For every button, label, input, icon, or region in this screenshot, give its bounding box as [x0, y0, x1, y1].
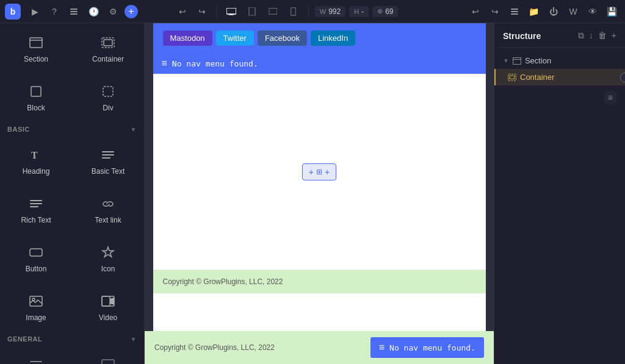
- delete-structure-icon[interactable]: 🗑: [598, 30, 607, 41]
- image-icon: [29, 293, 43, 310]
- basic-section-header[interactable]: BASIC ▼: [0, 121, 144, 135]
- sidebar-item-div[interactable]: Div: [74, 74, 142, 119]
- sidebar-item-image[interactable]: Image: [2, 284, 70, 329]
- bottom-footer-copyright: Copyright © GrowPlugins, LLC, 2022: [154, 343, 275, 352]
- general-section-header[interactable]: GENERAL ▼: [0, 330, 144, 345]
- canvas-body[interactable]: + ⊞ +: [153, 74, 486, 269]
- preview-btn[interactable]: 👁: [585, 4, 601, 20]
- general-section-label: GENERAL: [7, 335, 42, 343]
- bottom-nav-menu-text: No nav menu found.: [389, 343, 475, 352]
- icon-label: Icon: [101, 265, 115, 273]
- sidebar-item-icon[interactable]: Icon: [74, 235, 142, 280]
- sidebar-item-general-2[interactable]: [74, 347, 142, 364]
- structure-header-icons: ⧉ ↓ 🗑 +: [578, 30, 616, 41]
- tablet-device-btn[interactable]: [244, 4, 261, 20]
- container-drag-handle[interactable]: [620, 73, 625, 82]
- main-area: Section Container Block Div: [0, 23, 625, 364]
- left-sidebar: Section Container Block Div: [0, 23, 145, 364]
- redo-button[interactable]: ↪: [194, 4, 210, 20]
- app-logo[interactable]: b: [5, 4, 21, 20]
- rich-text-label: Rich Text: [21, 216, 51, 224]
- sidebar-item-rich-text[interactable]: Rich Text: [2, 186, 70, 231]
- container-label: Container: [92, 55, 124, 63]
- svg-rect-13: [511, 11, 518, 12]
- bottom-footer-nav: ≡ No nav menu found.: [370, 337, 484, 358]
- svg-rect-15: [30, 38, 42, 48]
- toolbar-right-redo[interactable]: ↪: [487, 4, 503, 20]
- text-align-icon[interactable]: ≡: [608, 93, 613, 102]
- zoom-metric: ⊕ 69: [372, 6, 398, 17]
- general-icon-1: [29, 356, 43, 364]
- copy-structure-icon[interactable]: ⧉: [578, 30, 584, 41]
- help-button[interactable]: ?: [46, 4, 62, 20]
- svg-point-7: [251, 14, 253, 15]
- zoom-value: 69: [385, 7, 393, 16]
- toolbar-right-undo[interactable]: ↩: [468, 4, 483, 20]
- layers-button[interactable]: [66, 4, 82, 20]
- history-button[interactable]: 🕐: [85, 4, 101, 20]
- tablet-landscape-btn[interactable]: [264, 4, 281, 20]
- mastodon-nav-btn[interactable]: Mastodon: [163, 30, 212, 46]
- tree-item-section[interactable]: ▼ Section: [494, 52, 625, 69]
- svg-point-11: [293, 14, 294, 15]
- container-icon: [101, 34, 115, 51]
- svg-rect-22: [102, 151, 114, 152]
- facebook-nav-btn[interactable]: Facebook: [258, 30, 307, 46]
- structure-header: Structure ⧉ ↓ 🗑 +: [494, 23, 625, 48]
- folder-btn[interactable]: 📁: [526, 4, 542, 20]
- download-structure-icon[interactable]: ↓: [589, 30, 593, 41]
- structure-tree: ▼ Section Container ≡: [494, 48, 625, 115]
- undo-button[interactable]: ↩: [175, 4, 190, 20]
- sidebar-item-block[interactable]: Block: [2, 74, 70, 119]
- save-btn[interactable]: 💾: [604, 4, 620, 20]
- svg-rect-40: [510, 76, 515, 79]
- play-button[interactable]: ▶: [27, 4, 43, 20]
- width-value: 992: [328, 7, 341, 16]
- layers-right-btn[interactable]: [507, 4, 522, 20]
- mobile-device-btn[interactable]: [285, 4, 302, 20]
- svg-rect-25: [30, 200, 42, 201]
- sidebar-item-text-link[interactable]: Text link: [74, 186, 142, 231]
- sidebar-item-basic-text[interactable]: Basic Text: [74, 137, 142, 182]
- height-label: H: [354, 8, 359, 15]
- section-icon: [29, 34, 43, 51]
- sidebar-item-section[interactable]: Section: [2, 25, 70, 70]
- tree-container-icon: [508, 74, 516, 81]
- tree-item-container[interactable]: Container: [494, 69, 625, 85]
- svg-rect-18: [104, 40, 112, 46]
- sidebar-item-container[interactable]: Container: [74, 25, 142, 70]
- section-label: Section: [24, 55, 48, 63]
- video-icon: [101, 293, 115, 310]
- rich-text-icon: [29, 195, 43, 212]
- add-button[interactable]: +: [125, 5, 138, 18]
- sidebar-item-general-1[interactable]: [2, 347, 70, 364]
- svg-rect-24: [102, 157, 110, 159]
- button-label: Button: [26, 265, 47, 273]
- desktop-device-btn[interactable]: [223, 4, 240, 20]
- svg-rect-14: [511, 13, 518, 15]
- svg-rect-19: [31, 87, 41, 96]
- bottom-footer-bar: Copyright © GrowPlugins, LLC, 2022 ≡ No …: [145, 331, 494, 364]
- hamburger-icon: ≡: [162, 58, 167, 69]
- add-element-row[interactable]: + ⊞ +: [302, 163, 336, 180]
- add-structure-icon[interactable]: +: [612, 30, 616, 41]
- add-grid-icon: ⊞: [316, 168, 322, 176]
- wp-btn[interactable]: W: [565, 4, 581, 20]
- power-btn[interactable]: ⏻: [546, 4, 562, 20]
- svg-rect-27: [30, 206, 38, 207]
- svg-rect-1: [70, 11, 78, 12]
- svg-rect-26: [30, 203, 42, 204]
- canvas-area[interactable]: Mastodon Twitter Facebook LinkedIn ≡ No …: [145, 23, 494, 364]
- structure-title: Structure: [503, 31, 541, 41]
- twitter-nav-btn[interactable]: Twitter: [216, 30, 254, 46]
- settings-button[interactable]: ⚙: [105, 4, 121, 20]
- general-grid: [0, 345, 144, 364]
- linkedin-nav-btn[interactable]: LinkedIn: [311, 30, 355, 46]
- sidebar-item-button[interactable]: Button: [2, 235, 70, 280]
- svg-rect-12: [511, 9, 518, 10]
- tree-container-sub-controls: ≡: [494, 85, 625, 110]
- text-link-icon: [101, 195, 115, 212]
- sidebar-item-video[interactable]: Video: [74, 284, 142, 329]
- sidebar-item-heading[interactable]: T Heading: [2, 137, 70, 182]
- footer-copyright: Copyright © GrowPlugins, LLC, 2022: [163, 277, 283, 286]
